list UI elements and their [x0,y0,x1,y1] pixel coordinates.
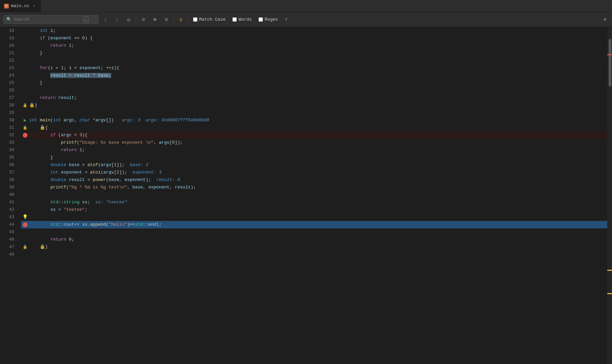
code-line-26 [21,87,607,94]
gutter-43: 💡 [21,214,29,221]
scrollbar-thumb[interactable] [609,39,611,86]
gutter-40 [21,191,29,199]
code-text-37: int exponent = atoi(argv[2]); exponent: … [29,169,161,176]
line-numbers: 1819202122232425262728293031323334353637… [0,27,18,364]
code-line-39: printf("%g ^ %d is %g test\n", base, exp… [21,184,607,191]
breakpoint-icon [23,222,27,227]
gutter-30: ▶ [21,117,29,124]
gutter-31: 🔒 [21,124,29,132]
line-number-25: 25 [0,79,14,87]
search-split3-button[interactable]: ⊟ [162,15,171,24]
line-number-36: 36 [0,161,14,169]
gutter-38 [21,176,29,184]
search-down-button[interactable]: ↓ [113,15,121,24]
line-number-30: 30 [0,117,14,124]
gutter-21 [21,49,29,57]
code-line-44: std::cout<< ss.append("hello")<<std::end… [21,221,607,228]
regex-checkbox[interactable] [259,17,263,22]
line-number-28: 28 [0,102,14,109]
regex-option[interactable]: Regex [256,16,280,23]
code-line-37: int exponent = atoi(argv[2]); exponent: … [21,169,607,176]
search-split-button[interactable]: ⊟ [139,15,148,24]
scroll-marker [607,54,612,55]
gutter-27 [21,94,29,102]
line-number-43: 43 [0,214,14,221]
match-case-label: Match Case [199,17,226,22]
search-icon: 🔍 [6,17,12,22]
gutter-23 [21,64,29,72]
line-number-37: 37 [0,169,14,176]
search-target-button[interactable]: ◎ [124,15,133,24]
code-text-44: std::cout<< ss.append("hello")<<std::end… [29,221,161,228]
line-number-45: 45 [0,228,14,236]
gutter-29 [21,109,29,117]
code-line-20: return 1; [21,42,607,49]
search-divider3 [188,16,188,23]
code-line-31: 🔒 🔒{ [21,124,607,132]
code-text-20: return 1; [29,42,74,49]
search-input[interactable] [14,17,81,22]
code-line-29 [21,109,607,117]
gutter-46 [21,236,29,243]
file-tab[interactable]: C main.cc × [0,0,41,12]
code-line-28: 🔒🔒} [21,102,607,109]
gutter-47: 🔒 [21,243,29,251]
words-checkbox[interactable] [232,17,237,22]
gutter-18 [21,27,29,35]
line-number-34: 34 [0,146,14,154]
gutter-19 [21,35,29,42]
code-line-27: return result; [21,94,607,102]
gutter-34 [21,146,29,154]
scrollbar-track[interactable] [607,27,612,364]
code-text-19: if (exponent == 0) { [29,35,93,42]
search-split2-button[interactable]: ⊠ [150,15,159,24]
line-number-41: 41 [0,199,14,206]
code-line-35: } [21,154,607,161]
code-text-41: std::string ss; ss: "teetee" [29,199,127,206]
code-text-46: return 0; [29,236,74,243]
code-content[interactable]: int i; if (exponent == 0) { return 1; } … [18,27,607,364]
code-text-23: for(i = 1; i < exponent; ++i){ [29,64,119,72]
code-line-43: 💡 [21,214,607,221]
file-icon: C [4,4,9,8]
line-number-48: 48 [0,251,14,258]
search-enter-icon: ↵ [83,17,89,22]
code-text-25: } [29,79,42,87]
lock-icon: 🔒 [23,102,27,109]
tab-filename: main.cc [11,3,30,8]
words-option[interactable]: Words [230,16,254,23]
code-line-48 [21,251,607,258]
gutter-45 [21,228,29,236]
search-bar: 🔍 ↵ ↑ ↓ ◎ ⊟ ⊠ ⊟ ⧖ Match Case Words Regex… [0,12,612,27]
code-text-27: return result; [29,94,77,102]
tab-close-button[interactable]: × [32,3,37,9]
line-number-47: 47 [0,243,14,251]
search-divider [136,16,136,23]
help-button[interactable]: ? [283,16,289,23]
line-number-23: 23 [0,64,14,72]
code-line-45 [21,228,607,236]
line-number-40: 40 [0,191,14,199]
code-text-42: ss = "teetee"; [29,206,88,214]
match-case-checkbox[interactable] [193,17,197,22]
code-text-28: 🔒} [29,102,37,109]
code-line-32: if (argc < 3){ [21,132,607,139]
gutter-44 [21,221,29,228]
search-filter-button[interactable]: ⧖ [176,15,185,24]
line-number-35: 35 [0,154,14,161]
line-number-26: 26 [0,87,14,94]
search-up-button[interactable]: ↑ [101,15,110,24]
line-number-33: 33 [0,139,14,146]
match-case-option[interactable]: Match Case [191,16,228,23]
scroll-marker [607,293,612,294]
code-line-34: return 1; [21,146,607,154]
code-line-25: } [21,79,607,87]
line-number-27: 27 [0,94,14,102]
search-input-wrap: 🔍 ↵ [3,15,98,24]
code-line-41: std::string ss; ss: "teetee" [21,199,607,206]
lightbulb-icon: 💡 [22,214,28,221]
search-close-button[interactable]: × [601,16,609,23]
code-line-46: return 0; [21,236,607,243]
line-number-46: 46 [0,236,14,243]
code-line-22 [21,57,607,64]
